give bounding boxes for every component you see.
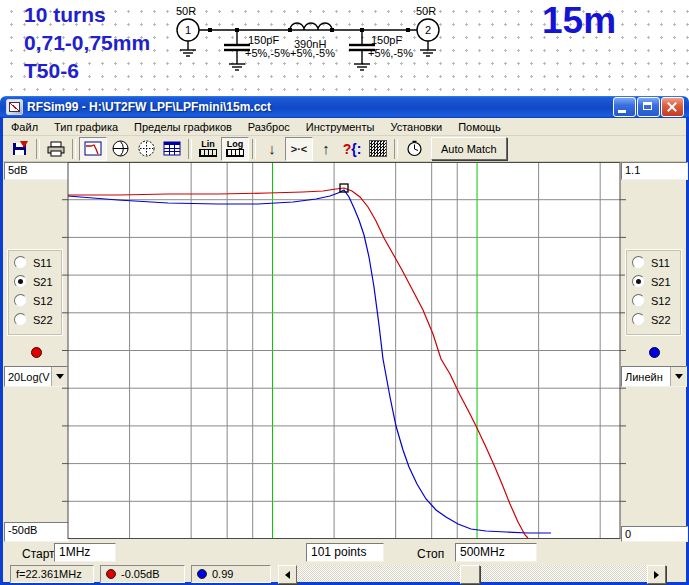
port1-number: 1 <box>185 24 191 36</box>
marker-scrollbar[interactable] <box>278 565 666 582</box>
menu-settings[interactable]: Установки <box>382 120 450 134</box>
capacitor1-value: 150pF <box>248 34 279 46</box>
scrollbar-left-button[interactable] <box>278 565 297 584</box>
port1-impedance-label: 50R <box>176 5 196 17</box>
chevron-down-icon <box>675 374 683 379</box>
right-format-value: Линейн <box>622 371 670 383</box>
radio-label: S11 <box>33 257 52 269</box>
red-value-text: -0.05dB <box>121 568 160 580</box>
marker-down-button[interactable]: ↓ <box>259 138 285 160</box>
close-button[interactable] <box>661 97 684 117</box>
toolbar-separator <box>36 139 40 159</box>
port2-impedance-label: 50R <box>416 5 436 17</box>
radio-icon <box>14 256 27 269</box>
points-input[interactable]: 101 points <box>306 543 384 562</box>
log-sweep-button[interactable]: Log <box>221 137 249 161</box>
minimize-button[interactable] <box>613 97 636 117</box>
table-icon <box>163 141 181 156</box>
title-bar[interactable]: RFSim99 - H:\UT2FW LPF\LPFmini\15m.cct <box>0 96 689 118</box>
right-radio-s11[interactable]: S11 <box>626 253 681 272</box>
log-label: Log <box>227 139 244 149</box>
marker-up-button[interactable]: ↑ <box>313 138 339 160</box>
toolbar-separator <box>252 139 256 159</box>
tolerance-analysis-button[interactable] <box>365 138 391 160</box>
table-view-button[interactable] <box>159 138 185 160</box>
radio-label: S12 <box>651 295 671 307</box>
linear-sweep-button[interactable]: Lin <box>195 138 221 160</box>
right-radio-s12[interactable]: S12 <box>626 291 681 310</box>
save-button[interactable] <box>7 138 33 160</box>
blue-dot-icon <box>197 569 207 579</box>
graph-svg <box>62 162 626 540</box>
save-icon <box>12 141 29 157</box>
right-arrow-icon <box>654 571 659 579</box>
radio-icon <box>632 275 645 288</box>
start-frequency-input[interactable]: 1MHz <box>54 543 116 562</box>
graph-plot-area[interactable] <box>62 162 626 540</box>
left-radio-s21[interactable]: S21 <box>8 272 62 291</box>
polar-chart-button[interactable] <box>133 138 159 160</box>
circuit-diagram: 50R 1 150pF <box>0 0 689 96</box>
stopwatch-icon <box>406 140 423 157</box>
port2-ground-icon <box>420 41 436 56</box>
toolbar: Lin Log ↓ >·< ↑ ?{: <box>3 136 686 162</box>
right-scale-top-input[interactable]: 1.1 <box>621 162 688 180</box>
inductor-tolerance: +5%,-5% <box>290 47 335 59</box>
menu-bar: Файл Тип графика Пределы графиков Разбро… <box>3 118 686 136</box>
maximize-button[interactable] <box>637 97 660 117</box>
scrollbar-right-button[interactable] <box>647 565 666 584</box>
radio-icon <box>632 256 645 269</box>
scrollbar-thumb[interactable] <box>460 565 480 584</box>
blue-value-text: 0.99 <box>212 568 233 580</box>
menu-graph-limits[interactable]: Пределы графиков <box>126 120 240 134</box>
print-button[interactable] <box>43 138 69 160</box>
dropdown-button[interactable] <box>670 367 686 386</box>
left-radio-s11[interactable]: S11 <box>8 253 62 272</box>
menu-graph-type[interactable]: Тип графика <box>46 120 126 134</box>
left-arrow-icon <box>285 571 290 579</box>
right-radio-s21[interactable]: S21 <box>626 272 681 291</box>
red-dot-icon <box>106 569 116 579</box>
menu-tools[interactable]: Инструменты <box>298 120 383 134</box>
query-value-button[interactable]: ?{: <box>339 138 365 160</box>
auto-match-label: Auto Match <box>441 143 497 155</box>
blue-value-readout: 0.99 <box>191 565 271 583</box>
radio-label: S12 <box>33 295 53 307</box>
left-radio-s12[interactable]: S12 <box>8 291 62 310</box>
radio-label: S21 <box>651 276 671 288</box>
menu-tolerance[interactable]: Разброс <box>240 120 298 134</box>
port2-number: 2 <box>425 24 431 36</box>
simulate-button[interactable] <box>401 138 427 160</box>
marker-point-button[interactable]: >·< <box>285 137 313 161</box>
toolbar-separator <box>72 139 76 159</box>
graph-icon <box>84 141 102 156</box>
radio-label: S21 <box>33 276 53 288</box>
right-sparam-group: S11 S21 S12 S22 <box>625 249 682 336</box>
right-scale-bottom-input[interactable]: 0 <box>621 526 688 542</box>
left-radio-s22[interactable]: S22 <box>8 310 62 329</box>
rectangular-graph-button[interactable] <box>79 137 107 161</box>
left-scale-bottom-input[interactable]: -50dB <box>4 522 69 542</box>
capacitor2-value: 150pF <box>371 34 402 46</box>
menu-help[interactable]: Помощь <box>450 120 509 134</box>
menu-file[interactable]: Файл <box>3 120 46 134</box>
auto-match-button[interactable]: Auto Match <box>431 137 507 160</box>
left-format-value: 20Log(V <box>5 371 51 383</box>
stop-label: Стоп <box>417 547 444 561</box>
tolerance-dither-icon <box>369 140 387 157</box>
scrollbar-track[interactable] <box>297 565 647 582</box>
left-scale-top-input[interactable]: 5dB <box>4 162 69 180</box>
log-ruler-icon <box>226 149 244 157</box>
radio-icon <box>632 313 645 326</box>
print-icon <box>47 141 65 157</box>
toolbar-separator <box>394 139 398 159</box>
blue-trace-dot <box>649 347 660 358</box>
question-brace-icon: ?{: <box>343 141 362 157</box>
inductor-symbol <box>290 23 332 30</box>
right-format-dropdown[interactable]: Линейн <box>621 366 687 387</box>
smith-chart-button[interactable] <box>107 138 133 160</box>
lin-label: Lin <box>201 139 215 149</box>
stop-frequency-input[interactable]: 500MHz <box>455 543 537 562</box>
right-radio-s22[interactable]: S22 <box>626 310 681 329</box>
left-format-dropdown[interactable]: 20Log(V <box>4 366 68 387</box>
